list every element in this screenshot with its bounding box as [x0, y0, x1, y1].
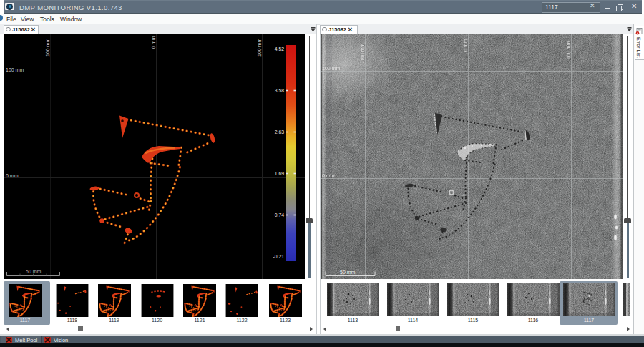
- svg-text:100 mm: 100 mm: [566, 41, 571, 59]
- svg-text:0 mm: 0 mm: [151, 36, 156, 49]
- svg-text:1.69: 1.69: [275, 171, 284, 176]
- svg-text:-0.21: -0.21: [273, 254, 285, 259]
- svg-text:100 mm: 100 mm: [45, 39, 50, 57]
- svg-text:0 mm: 0 mm: [6, 173, 19, 178]
- svg-text:Error List: Error List: [636, 37, 641, 57]
- svg-text:100 mm: 100 mm: [257, 39, 262, 57]
- svg-text:-100 mm: -100 mm: [360, 43, 365, 63]
- svg-text:3.58: 3.58: [275, 88, 284, 93]
- svg-text:50 mm: 50 mm: [340, 270, 356, 275]
- svg-text:100 mm: 100 mm: [6, 67, 24, 72]
- svg-text:100 mm: 100 mm: [322, 66, 340, 71]
- svg-text:4.52: 4.52: [275, 47, 284, 52]
- svg-text:2.63: 2.63: [275, 129, 284, 135]
- svg-text:50 mm: 50 mm: [26, 269, 42, 274]
- svg-text:0 mm: 0 mm: [463, 39, 468, 52]
- svg-text:0.74: 0.74: [275, 212, 284, 218]
- svg-text:0 mm: 0 mm: [322, 173, 335, 178]
